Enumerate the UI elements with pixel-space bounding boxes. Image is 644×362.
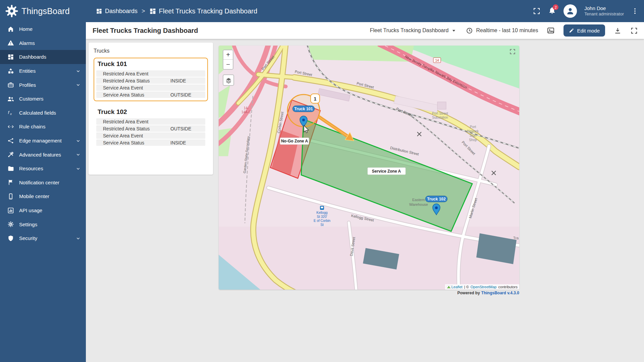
table-row: Restricted Area Event [96,118,205,125]
sidebar-item-label: Customers [19,96,44,102]
map-layers-button[interactable] [223,74,234,86]
sidebar-item-entities[interactable]: Entities [0,64,86,78]
sidebar-item-label: Rule chains [19,124,45,129]
user-info[interactable]: John Doe Tenant administrator [584,5,624,17]
sidebar-nav: Home Alarms Dashboards Entities Profiles… [0,22,86,362]
svg-text:St 320': St 320' [317,215,327,219]
image-icon [547,26,555,35]
toolbar-fullscreen-button[interactable] [630,27,638,35]
fullscreen-icon [509,48,516,55]
poi-truncated: Tra [513,236,519,240]
leaflet-link[interactable]: Leaflet [451,285,463,289]
person-icon [566,7,575,15]
sidebar-item-resources[interactable]: Resources [0,162,86,176]
page-title: Fleet Trucks Tracking Dashboard [93,27,198,35]
sidebar-item-alarms[interactable]: Alarms [0,36,86,50]
sidebar-item-profiles[interactable]: Profiles [0,78,86,92]
truck-101-card[interactable]: Truck 101 Restricted Area Event Restrict… [94,58,208,101]
sidebar-item-label: Edge management [19,138,62,143]
svg-text:x: x [10,112,12,116]
svg-text:Truck 102: Truck 102 [427,197,446,201]
download-button[interactable] [614,27,622,35]
zoom-out-button[interactable]: − [223,60,233,69]
more-menu-button[interactable] [631,7,639,15]
svg-text:St: St [320,223,324,227]
profiles-icon [7,81,14,88]
chevron-down-icon [75,68,81,74]
app-name: ThingsBoard [21,6,70,16]
sidebar-item-label: Home [19,26,33,32]
sidebar-item-customers[interactable]: Customers [0,92,86,106]
truck-102-map-label[interactable]: Truck 102 [425,196,447,202]
tools-icon [7,151,14,158]
sidebar-item-api-usage[interactable]: API usage [0,203,86,218]
breadcrumb-root-label: Dashboards [105,8,138,15]
table-row: Restricted Area StatusOUTSIDE [96,125,205,132]
chevron-down-icon [75,235,81,241]
sidebar-item-rule-chains[interactable]: Rule chains [0,120,86,134]
function-fx-icon: fx [7,109,14,116]
trucks-widget: Trucks Truck 101 Restricted Area Event R… [89,43,213,175]
dashboard-select[interactable]: Fleet Trucks Tracking Dashboard [370,27,458,34]
table-row: Service Area StatusINSIDE [96,139,205,146]
zoom-in-button[interactable]: + [223,50,233,60]
edit-mode-label: Edit mode [577,28,600,34]
dashboard-toolbar: Fleet Trucks Tracking Dashboard Fleet Tr… [86,22,644,39]
edge-management-icon [7,137,14,144]
sidebar-item-notification-center[interactable]: Notification center [0,176,86,190]
avatar[interactable] [564,4,577,18]
fullscreen-button[interactable] [533,7,541,15]
sidebar-item-edge-management[interactable]: Edge management [0,134,86,148]
table-row: Restricted Area StatusINSIDE [96,77,205,84]
dashboards-icon [149,8,156,15]
osm-link[interactable]: OpenStreetMap [471,285,497,289]
chevron-down-icon [75,166,81,172]
sidebar-item-dashboards[interactable]: Dashboards [0,50,86,64]
image-gallery-button[interactable] [547,26,555,35]
thingsboard-version-link[interactable]: ThingsBoard v.4.3.0 [481,291,519,295]
poi-substation: Port Street [432,112,448,115]
svg-text:Truck 101: Truck 101 [294,107,313,111]
edit-mode-button[interactable]: Edit mode [564,24,605,37]
thingsboard-gear-icon [5,5,18,17]
timewindow-value: Realtime - last 10 minutes [476,27,538,34]
sidebar-item-calculated-fields[interactable]: fx Calculated fields [0,106,86,120]
sidebar-item-advanced-features[interactable]: Advanced features [0,147,86,162]
sidebar-item-security[interactable]: Security [0,231,86,245]
svg-text:No-Go Zone A: No-Go Zone A [281,139,308,143]
customers-people-icon [7,96,14,102]
trucks-widget-title: Trucks [94,48,208,54]
thingsboard-app: ThingsBoard Dashboards > Fleet Trucks Tr… [0,0,644,362]
folder-icon [7,165,14,172]
breadcrumb-dashboards[interactable]: Dashboards [96,8,138,15]
map-fullscreen-button[interactable] [509,48,516,56]
sidebar-item-mobile-center[interactable]: Mobile center [0,189,86,203]
truck-101-alarm-badge[interactable]: 1 [311,94,320,103]
svg-text:Warehouse: Warehouse [409,202,428,206]
svg-text:Shop: Shop [469,138,477,142]
breadcrumb-current-label: Fleet Trucks Tracking Dashboard [159,7,257,15]
sidebar-item-label: Advanced features [19,152,61,158]
thingsboard-logo[interactable]: ThingsBoard [0,5,86,17]
map-widget: Port Street Port Street Port Street Port… [219,46,519,290]
powered-by-text: Powered by [458,291,480,295]
table-row: Service Area Event [96,132,205,139]
truck-name: Truck 102 [98,108,205,116]
rule-chains-icon [7,123,14,130]
dashboard-select-value: Fleet Trucks Tracking Dashboard [370,27,449,34]
map-canvas[interactable]: Port Street Port Street Port Street Port… [219,46,519,290]
sidebar-item-home[interactable]: Home [0,22,86,36]
svg-text:f: f [8,111,10,115]
sidebar-item-label: API usage [19,207,42,213]
truck-101-map-label[interactable]: Truck 101 [292,106,315,112]
truck-102-card[interactable]: Truck 102 Restricted Area Event Restrict… [94,106,208,149]
notifications-button[interactable]: 2 [548,6,556,16]
breadcrumb-current: Fleet Trucks Tracking Dashboard [149,7,257,15]
sidebar-item-settings[interactable]: Settings [0,217,86,231]
poi-sign-shop: Port [470,125,476,129]
timewindow-button[interactable]: Realtime - last 10 minutes [466,27,538,34]
top-header: ThingsBoard Dashboards > Fleet Trucks Tr… [0,0,644,22]
download-icon [614,27,622,35]
leaflet-flag-icon [447,286,451,289]
kebab-menu-icon [631,7,639,15]
